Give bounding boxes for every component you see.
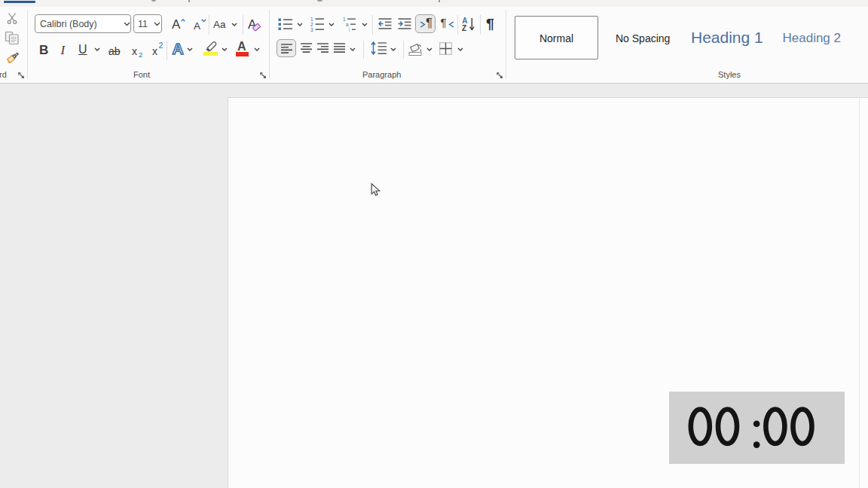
svg-text:3: 3 [310,27,313,32]
svg-text:a: a [346,22,349,27]
svg-text:Z: Z [462,23,466,31]
svg-text:i: i [349,27,350,32]
svg-text:2: 2 [310,22,313,27]
